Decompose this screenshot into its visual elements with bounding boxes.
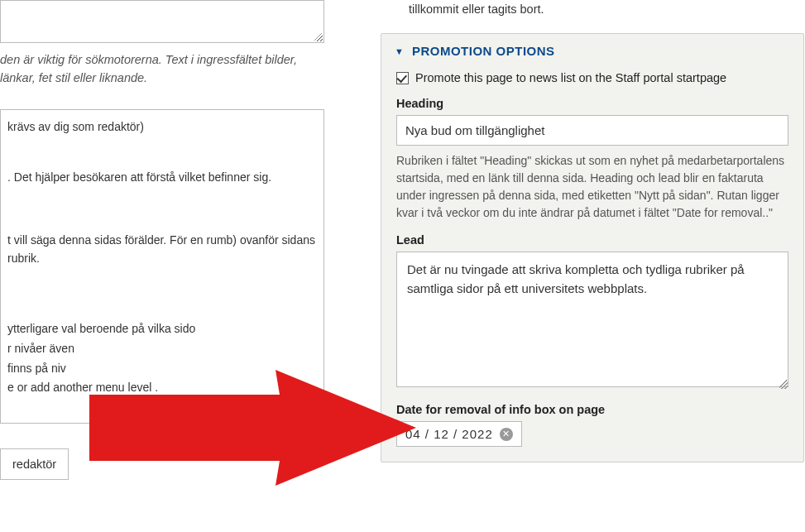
date-removal-input[interactable]: 04 / 12 / 2022 ✕	[396, 421, 522, 447]
heading-description: Rubriken i fältet "Heading" skickas ut s…	[396, 152, 788, 222]
collapse-triangle-icon: ▼	[395, 46, 404, 56]
promotion-options-title: PROMOTION OPTIONS	[412, 44, 555, 58]
top-text-fragment: tillkommit eller tagits bort.	[381, 0, 804, 33]
clear-date-icon[interactable]: ✕	[500, 428, 513, 441]
promotion-options-section: ▼ PROMOTION OPTIONS Promote this page to…	[381, 33, 804, 463]
heading-input[interactable]	[396, 115, 788, 146]
date-value: 04 / 12 / 2022	[405, 427, 493, 441]
promote-checkbox-label: Promote this page to news list on the St…	[415, 69, 726, 87]
context-help-text: . Det hjälper besökaren att förstå vilke…	[7, 169, 317, 187]
ingress-help-text: den är viktig för sökmotorerna. Text i i…	[0, 51, 331, 88]
lower-content-box: krävs av dig som redaktör) . Det hjälper…	[0, 109, 324, 424]
lead-label: Lead	[396, 233, 788, 247]
menu-level-text-1: ytterligare val beroende på vilka sido	[7, 320, 317, 338]
menu-level-text-2: r nivåer även	[7, 340, 317, 358]
date-removal-label: Date for removal of info box on page	[396, 403, 788, 416]
heading-label: Heading	[396, 97, 788, 110]
editor-required-text: krävs av dig som redaktör)	[7, 118, 317, 137]
parent-page-text: t vill säga denna sidas förälder. För en…	[7, 232, 317, 267]
menu-level-text-4: e or add another menu level .	[7, 379, 317, 397]
menu-level-text-3: finns på niv	[7, 360, 317, 378]
ingress-textarea[interactable]	[0, 0, 324, 43]
lead-textarea[interactable]	[396, 252, 788, 387]
promote-checkbox[interactable]	[396, 72, 409, 84]
resize-handle-icon	[314, 33, 323, 41]
editor-box: redaktör	[0, 448, 69, 480]
promotion-options-header[interactable]: ▼ PROMOTION OPTIONS	[381, 34, 803, 65]
